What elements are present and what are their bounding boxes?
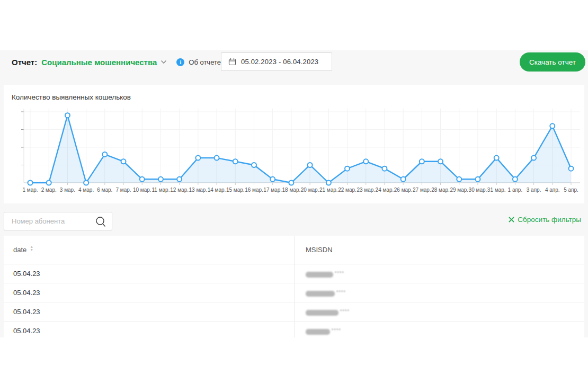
data-point bbox=[158, 177, 163, 182]
data-point bbox=[252, 163, 256, 167]
svg-text:18 мар.: 18 мар. bbox=[282, 187, 301, 193]
search-icon[interactable] bbox=[95, 216, 106, 229]
table-row: 05.04.23**** bbox=[4, 283, 584, 302]
svg-text:6 мар.: 6 мар. bbox=[97, 187, 112, 193]
table-header: date ▲▼ MSISDN bbox=[4, 236, 584, 264]
data-point bbox=[475, 177, 480, 182]
data-point bbox=[121, 159, 126, 164]
data-point bbox=[401, 177, 406, 182]
data-point bbox=[531, 156, 536, 161]
data-point bbox=[47, 181, 51, 185]
data-point bbox=[550, 123, 555, 128]
data-point bbox=[65, 113, 70, 118]
data-point bbox=[457, 177, 461, 182]
data-point bbox=[438, 159, 443, 164]
data-point bbox=[289, 181, 293, 185]
cell-msisdn-masked: **** bbox=[306, 270, 344, 278]
svg-text:3 мар.: 3 мар. bbox=[60, 187, 75, 193]
date-range-value: 05.02.2023 - 06.04.2023 bbox=[241, 58, 318, 66]
redacted-msisdn-blob bbox=[306, 272, 333, 278]
svg-text:29 мар.: 29 мар. bbox=[450, 187, 468, 193]
data-point bbox=[363, 159, 368, 164]
svg-text:14 мар.: 14 мар. bbox=[208, 187, 226, 193]
data-point bbox=[345, 166, 350, 171]
chart-card: Количество выявленных кошельков 1 мар.2 … bbox=[4, 85, 584, 203]
search-box bbox=[4, 212, 112, 230]
data-point bbox=[420, 159, 424, 164]
table-row: 05.04.23**** bbox=[4, 264, 584, 283]
msisdn-mask-stars: **** bbox=[340, 308, 350, 314]
chevron-down-icon bbox=[161, 60, 167, 64]
svg-text:17 мар.: 17 мар. bbox=[263, 187, 282, 193]
info-icon[interactable]: i bbox=[176, 58, 184, 66]
calendar-icon bbox=[228, 58, 236, 66]
column-header-msisdn: MSISDN bbox=[306, 246, 333, 254]
data-point bbox=[233, 159, 238, 164]
data-point bbox=[140, 177, 145, 182]
svg-text:15 мар.: 15 мар. bbox=[226, 187, 245, 193]
data-point bbox=[513, 177, 518, 182]
column-header-date[interactable]: date ▲▼ bbox=[13, 246, 33, 254]
results-table: date ▲▼ MSISDN 05.04.23****05.04.23****0… bbox=[4, 236, 584, 337]
data-point bbox=[326, 181, 331, 185]
svg-text:21 мар.: 21 мар. bbox=[319, 187, 338, 193]
svg-text:13 мар.: 13 мар. bbox=[189, 187, 208, 193]
report-type-dropdown[interactable]: Социальные мошенничества bbox=[41, 58, 167, 67]
reset-filters-link[interactable]: Сбросить фильтры bbox=[509, 216, 581, 224]
download-report-button[interactable]: Скачать отчет bbox=[520, 52, 585, 72]
data-point bbox=[494, 156, 499, 161]
data-point bbox=[308, 163, 313, 167]
data-point bbox=[569, 166, 574, 171]
data-point bbox=[84, 181, 88, 185]
svg-text:3 апр.: 3 апр. bbox=[527, 187, 541, 193]
report-label: Отчет: bbox=[12, 58, 37, 67]
svg-text:27 мар.: 27 мар. bbox=[413, 187, 431, 193]
data-point bbox=[195, 156, 200, 161]
data-point bbox=[102, 152, 107, 157]
svg-text:31 мар.: 31 мар. bbox=[487, 187, 506, 193]
svg-text:7 мар.: 7 мар. bbox=[115, 187, 131, 193]
svg-text:24 мар.: 24 мар. bbox=[376, 187, 394, 193]
svg-text:1 мар.: 1 мар. bbox=[22, 187, 38, 193]
svg-text:1 апр.: 1 апр. bbox=[508, 187, 523, 193]
report-header: Отчет: Социальные мошенничества i Об отч… bbox=[0, 52, 588, 72]
sort-icon: ▲▼ bbox=[30, 247, 33, 253]
cell-date: 05.04.23 bbox=[13, 327, 40, 335]
svg-text:16 мар.: 16 мар. bbox=[245, 187, 263, 193]
svg-text:10 мар.: 10 мар. bbox=[133, 187, 152, 193]
msisdn-mask-stars: **** bbox=[336, 289, 346, 295]
about-report-link[interactable]: Об отчете bbox=[189, 58, 221, 66]
close-icon bbox=[509, 217, 514, 222]
svg-text:22 мар.: 22 мар. bbox=[338, 187, 357, 193]
data-point bbox=[270, 177, 275, 182]
cell-msisdn-masked: **** bbox=[306, 308, 350, 316]
table-row: 05.04.23**** bbox=[4, 322, 584, 337]
svg-text:4 мар.: 4 мар. bbox=[78, 187, 94, 193]
svg-text:4 апр.: 4 апр. bbox=[545, 187, 560, 193]
reset-filters-label: Сбросить фильтры bbox=[518, 216, 581, 224]
cell-msisdn-masked: **** bbox=[306, 327, 341, 335]
table-body: 05.04.23****05.04.23****05.04.23****05.0… bbox=[4, 264, 584, 337]
svg-text:23 мар.: 23 мар. bbox=[357, 187, 375, 193]
data-point bbox=[215, 156, 219, 161]
svg-text:30 мар.: 30 мар. bbox=[469, 187, 487, 193]
redacted-msisdn-blob bbox=[306, 329, 330, 335]
data-point bbox=[28, 181, 33, 185]
msisdn-mask-stars: **** bbox=[335, 270, 344, 275]
svg-text:11 мар.: 11 мар. bbox=[152, 187, 170, 193]
wallets-line-chart: 1 мар.2 мар.3 мар.4 мар.6 мар.7 мар.10 м… bbox=[8, 109, 580, 198]
svg-text:26 мар.: 26 мар. bbox=[394, 187, 413, 193]
cell-date: 05.04.23 bbox=[13, 289, 40, 297]
svg-text:20 мар.: 20 мар. bbox=[301, 187, 319, 193]
svg-text:28 мар.: 28 мар. bbox=[431, 187, 450, 193]
date-range-picker[interactable]: 05.02.2023 - 06.04.2023 bbox=[221, 52, 332, 71]
svg-text:12 мар.: 12 мар. bbox=[170, 187, 189, 193]
content-area: Отчет: Социальные мошенничества i Об отч… bbox=[0, 50, 588, 337]
redacted-msisdn-blob bbox=[306, 310, 338, 316]
cell-msisdn-masked: **** bbox=[306, 289, 346, 297]
svg-text:5 апр.: 5 апр. bbox=[564, 187, 578, 193]
report-type-value: Социальные мошенничества bbox=[41, 58, 157, 67]
table-row: 05.04.23**** bbox=[4, 302, 584, 322]
redacted-msisdn-blob bbox=[306, 291, 335, 297]
svg-text:2 мар.: 2 мар. bbox=[41, 187, 57, 193]
